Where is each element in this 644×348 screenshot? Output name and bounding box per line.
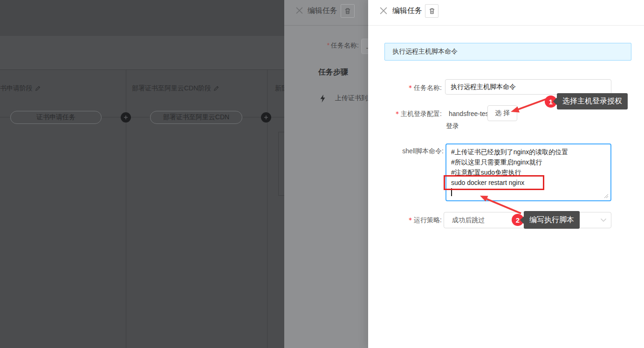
add-task-icon: [261, 112, 271, 123]
info-alert: 执行远程主机脚本命令: [384, 43, 631, 61]
host-login-value: handsfree-test: [449, 110, 491, 117]
close-icon: [296, 7, 303, 14]
stage-title-2: 部署证书至阿里云CDN阶段: [132, 84, 219, 93]
required-mark: *: [396, 110, 399, 117]
task-step-item: 上传证书到主: [320, 94, 374, 102]
shell-script-label: shell脚本命令:: [368, 147, 444, 156]
task-node-cert-request: 证书申请任务: [10, 111, 102, 124]
delete-task-button[interactable]: [425, 4, 438, 18]
drawer-header: 编辑任务: [368, 0, 644, 26]
task-steps-heading: 任务步骤: [318, 68, 348, 77]
host-login-value-wrap: 登录: [446, 122, 459, 130]
text-cursor: [451, 188, 452, 196]
required-mark: *: [409, 84, 412, 91]
run-strategy-select[interactable]: 成功后跳过: [444, 212, 611, 228]
task-node-deploy-cdn: 部署证书至阿里云CDN: [150, 111, 242, 124]
shell-script-textarea[interactable]: #上传证书已经放到了nginx的读取的位置 #所以这里只需要重启nginx就行 …: [445, 143, 611, 201]
stage-divider: [267, 70, 267, 348]
lightning-icon: [320, 95, 326, 102]
edit-pencil-icon: [213, 86, 219, 91]
chevron-down-icon: [600, 218, 607, 222]
drawer-title: 编辑任务: [392, 6, 422, 16]
trash-icon: [429, 7, 435, 14]
run-strategy-label: *运行策略:: [368, 216, 442, 225]
edit-task-drawer: 编辑任务 执行远程主机脚本命令 *任务名称: 执行远程主机脚本命令 *主机登录配…: [368, 0, 644, 348]
run-strategy-value: 成功后跳过: [452, 216, 485, 225]
resize-handle-icon[interactable]: [604, 194, 609, 198]
back-task-name-label: *任务名称:: [284, 41, 359, 50]
edit-pencil-icon: [35, 86, 41, 91]
select-host-button[interactable]: 选 择: [487, 105, 517, 121]
task-name-label: *任务名称:: [368, 84, 442, 92]
back-drawer-title: 编辑任务: [308, 6, 337, 16]
shell-line: sudo docker restart nginx: [451, 177, 606, 188]
close-icon[interactable]: [380, 7, 387, 14]
host-login-label: *主机登录配置:: [368, 110, 442, 118]
shell-line: #注意配置sudo免密执行: [451, 167, 606, 177]
required-mark: *: [409, 216, 412, 224]
shell-line: #上传证书已经放到了nginx的读取的位置: [451, 147, 606, 157]
shell-line: #所以这里只需要重启nginx就行: [451, 157, 606, 167]
add-task-icon: [121, 112, 131, 123]
stage-divider: [126, 70, 126, 348]
app-header: [0, 0, 284, 36]
required-mark: *: [327, 41, 329, 49]
pipeline-toolbar: [0, 36, 284, 69]
delete-task-button: [341, 4, 355, 18]
screen: 证书申请阶段 部署证书至阿里云CDN阶段 新阶 证书申请任务 部署证书至阿里云C…: [0, 0, 644, 348]
task-name-input[interactable]: 执行远程主机脚本命令: [445, 79, 611, 95]
stage-title-1: 证书申请阶段: [0, 84, 41, 93]
